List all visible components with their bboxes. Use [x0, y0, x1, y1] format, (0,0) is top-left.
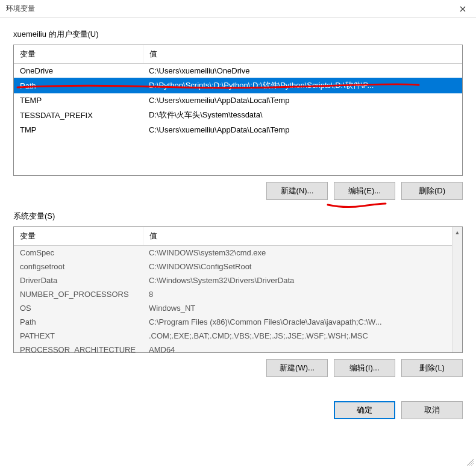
close-icon [460, 6, 466, 12]
var-name-cell: OS [14, 301, 143, 315]
table-row[interactable]: PathD:\Python\Scripts\;D:\Python\;D:\软件\… [14, 78, 462, 93]
user-vars-table-container: 变量 值 OneDriveC:\Users\xuemeiliu\OneDrive… [13, 45, 463, 176]
user-new-button[interactable]: 新建(N)... [266, 182, 328, 200]
var-name-cell: NUMBER_OF_PROCESSORS [14, 287, 143, 301]
var-value-cell: 8 [143, 287, 452, 301]
window-title: 环境变量 [6, 4, 35, 14]
sys-col-value[interactable]: 值 [143, 227, 452, 246]
var-value-cell: AMD64 [143, 343, 452, 353]
user-vars-buttons: 新建(N)... 编辑(E)... 删除(D) [13, 182, 463, 200]
user-col-variable[interactable]: 变量 [14, 45, 143, 64]
var-name-cell: Path [14, 315, 143, 329]
var-value-cell: C:\Users\xuemeiliu\AppData\Local\Temp [143, 123, 462, 137]
table-row[interactable]: TMPC:\Users\xuemeiliu\AppData\Local\Temp [14, 123, 462, 137]
var-name-cell: TESSDATA_PREFIX [14, 107, 143, 123]
table-row[interactable]: OneDriveC:\Users\xuemeiliu\OneDrive [14, 64, 462, 78]
scroll-up-icon[interactable]: ▲ [453, 227, 462, 237]
table-row[interactable]: PROCESSOR_ARCHITECTUREAMD64 [14, 343, 452, 353]
var-value-cell: .COM;.EXE;.BAT;.CMD;.VBS;.VBE;.JS;.JSE;.… [143, 329, 452, 343]
user-vars-label: xuemeiliu 的用户变量(U) [13, 29, 463, 40]
sys-col-variable[interactable]: 变量 [14, 227, 143, 246]
sys-vars-group: 系统变量(S) 变量 值 ComSpecC:\WINDOWS\system32\… [13, 211, 463, 377]
table-row[interactable]: PATHEXT.COM;.EXE;.BAT;.CMD;.VBS;.VBE;.JS… [14, 329, 452, 343]
var-value-cell: C:\Windows\System32\Drivers\DriverData [143, 273, 452, 287]
resize-grip-icon[interactable] [465, 457, 474, 466]
sys-edit-button[interactable]: 编辑(I)... [334, 359, 395, 377]
var-name-cell: Path [14, 78, 143, 93]
var-name-cell: TMP [14, 123, 143, 137]
sys-vars-table-container: 变量 值 ComSpecC:\WINDOWS\system32\cmd.exec… [13, 226, 463, 353]
table-row[interactable]: PathC:\Program Files (x86)\Common Files\… [14, 315, 452, 329]
table-row[interactable]: DriverDataC:\Windows\System32\Drivers\Dr… [14, 273, 452, 287]
var-value-cell: C:\Users\xuemeiliu\AppData\Local\Temp [143, 93, 462, 107]
sys-new-button[interactable]: 新建(W)... [266, 359, 328, 377]
sys-scrollbar[interactable]: ▲ [452, 227, 462, 352]
close-button[interactable] [449, 0, 476, 18]
var-name-cell: DriverData [14, 273, 143, 287]
var-value-cell: C:\WINDOWS\system32\cmd.exe [143, 246, 452, 260]
cancel-button[interactable]: 取消 [401, 401, 463, 419]
table-row[interactable]: TEMPC:\Users\xuemeiliu\AppData\Local\Tem… [14, 93, 462, 107]
sys-vars-table[interactable]: 变量 值 ComSpecC:\WINDOWS\system32\cmd.exec… [14, 227, 452, 353]
table-row[interactable]: configsetrootC:\WINDOWS\ConfigSetRoot [14, 260, 452, 273]
ok-button[interactable]: 确定 [334, 401, 395, 419]
user-vars-table[interactable]: 变量 值 OneDriveC:\Users\xuemeiliu\OneDrive… [14, 45, 462, 137]
var-name-cell: TEMP [14, 93, 143, 107]
table-row[interactable]: TESSDATA_PREFIXD:\软件\火车头\System\tessdata… [14, 107, 462, 123]
sys-vars-label: 系统变量(S) [13, 211, 463, 222]
footer-buttons: 确定 取消 [0, 394, 476, 419]
table-row[interactable]: NUMBER_OF_PROCESSORS8 [14, 287, 452, 301]
sys-vars-buttons: 新建(W)... 编辑(I)... 删除(L) [13, 359, 463, 377]
user-delete-button[interactable]: 删除(D) [401, 182, 463, 200]
table-row[interactable]: ComSpecC:\WINDOWS\system32\cmd.exe [14, 246, 452, 260]
user-edit-button[interactable]: 编辑(E)... [334, 182, 395, 200]
var-name-cell: configsetroot [14, 260, 143, 273]
annotation-edit-underline [327, 201, 387, 210]
var-value-cell: C:\Program Files (x86)\Common Files\Orac… [143, 315, 452, 329]
var-name-cell: ComSpec [14, 246, 143, 260]
titlebar: 环境变量 [0, 0, 476, 18]
sys-delete-button[interactable]: 删除(L) [401, 359, 463, 377]
var-value-cell: Windows_NT [143, 301, 452, 315]
var-value-cell: D:\软件\火车头\System\tessdata\ [143, 107, 462, 123]
user-vars-group: xuemeiliu 的用户变量(U) 变量 值 OneDriveC:\Users… [13, 29, 463, 200]
var-value-cell: D:\Python\Scripts\;D:\Python\;D:\软件\Pyth… [143, 78, 462, 93]
table-row[interactable]: OSWindows_NT [14, 301, 452, 315]
var-value-cell: C:\WINDOWS\ConfigSetRoot [143, 260, 452, 273]
var-name-cell: OneDrive [14, 64, 143, 78]
var-value-cell: C:\Users\xuemeiliu\OneDrive [143, 64, 462, 78]
var-name-cell: PATHEXT [14, 329, 143, 343]
user-col-value[interactable]: 值 [143, 45, 462, 64]
var-name-cell: PROCESSOR_ARCHITECTURE [14, 343, 143, 353]
dialog-content: xuemeiliu 的用户变量(U) 变量 值 OneDriveC:\Users… [0, 18, 476, 394]
